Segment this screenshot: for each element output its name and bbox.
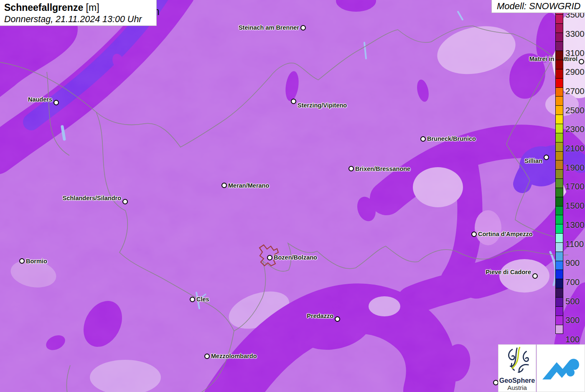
colorbar-label: 1500: [565, 201, 585, 210]
colorbar-label: 1900: [565, 163, 585, 172]
geosphere-logo-icon: [502, 345, 532, 375]
colorbar-segment-3100: [555, 41, 563, 51]
colorbar-label: 2300: [565, 125, 585, 134]
colorbar-segment-500: [555, 279, 563, 288]
colorbar-segment-1000: [555, 233, 563, 243]
colorbar-label: 2700: [565, 87, 585, 96]
colorbar-segment-100: [555, 316, 563, 325]
colorbar-segment-1800: [555, 160, 563, 170]
city-marker-dot: [122, 199, 128, 204]
colorbar-label: 100: [565, 335, 580, 344]
city-label: Bruneck/Brunico: [427, 135, 476, 142]
colorbar-segment-1700: [555, 169, 563, 179]
colorbar-segment-3300: [555, 23, 563, 33]
city-label: Schlanders/Silandro: [63, 195, 121, 201]
colorbar-segment-1100: [555, 224, 563, 234]
city-marker-dot: [53, 100, 59, 105]
geosphere-logo-text: GeoSphere: [499, 377, 536, 384]
colorbar-segment-3200: [555, 33, 563, 42]
colorbar-segment-3000: [555, 51, 563, 60]
geosphere-logo-box: GeoSphere Austria: [498, 344, 536, 392]
city-marker-dot: [471, 232, 477, 237]
colorbar-segment-900: [555, 242, 563, 252]
colorbar: [555, 5, 563, 334]
colorbar-label: 1100: [565, 239, 584, 249]
colorbar-segment-600: [555, 270, 563, 279]
colorbar-segment-3400: [555, 14, 563, 24]
snowline-map-screenshot: Steinach am BrennerSterzing/VipitenoBrun…: [0, 0, 585, 392]
city-label: Brixen/Bressanone: [355, 165, 410, 172]
city-label: Mezzolombardo: [211, 353, 257, 359]
city-marker-dot: [348, 166, 354, 171]
colorbar-segment-300: [555, 297, 563, 307]
city-marker-dot: [300, 25, 306, 31]
colorbar-segment-1300: [555, 206, 563, 216]
colorbar-segment-400: [555, 288, 563, 298]
colorbar-label: 3100: [565, 48, 585, 58]
colorbar-label: 1700: [565, 182, 585, 191]
colorbar-segment-2200: [555, 124, 563, 133]
city-marker-dot: [267, 255, 272, 260]
colorbar-label: 500: [565, 297, 580, 306]
title-text: Schneefallgrenze: [4, 2, 83, 13]
city-label: Bozen/Bolzano: [274, 254, 317, 261]
city-marker-dot: [190, 297, 195, 302]
colorbar-segment-2100: [555, 133, 563, 143]
colorbar-segment-2300: [555, 115, 563, 124]
colorbar-segment-0: [555, 325, 563, 334]
title-box: Schneefallgrenze [m] Donnerstag, 21.11.2…: [0, 0, 157, 26]
colorbar-segment-1500: [555, 188, 563, 197]
city-label: Pieve di Cadore: [486, 269, 531, 275]
colorbar-segment-2800: [555, 69, 563, 79]
colorbar-segment-2900: [555, 60, 563, 69]
colorbar-label: 300: [565, 316, 580, 325]
city-marker-dot: [19, 258, 25, 264]
model-box: Modell: SNOWGRID: [491, 0, 585, 13]
city-label: Sillian: [524, 158, 542, 164]
colorbar-segment-1600: [555, 178, 563, 188]
colorbar-label: 900: [565, 258, 580, 267]
city-label: Bormio: [26, 258, 47, 265]
colorbar-segment-2600: [555, 87, 563, 97]
title-unit: [m]: [86, 2, 99, 13]
colorbar-segment-1400: [555, 197, 563, 206]
city-marker-dot: [420, 136, 426, 142]
colorbar-segment-2700: [555, 78, 563, 88]
colorbar-segment-700: [555, 261, 563, 270]
city-marker-dot: [544, 155, 549, 160]
avalanche-mountain-icon: [540, 350, 582, 386]
city-marker-dot: [291, 99, 296, 104]
city-label: Cles: [196, 296, 209, 303]
colorbar-label: 2500: [565, 106, 585, 115]
colorbar-label: 1300: [565, 220, 585, 229]
model-label: Modell: SNOWGRID: [497, 1, 580, 11]
colorbar-segment-2400: [555, 105, 563, 115]
city-marker-dot: [204, 354, 210, 359]
colorbar-segment-1200: [555, 215, 563, 224]
colorbar-segment-2500: [555, 96, 563, 106]
colorbar-label: 700: [565, 277, 580, 287]
city-marker-dot: [532, 273, 538, 279]
colorbar-label: 2100: [565, 144, 585, 153]
colorbar-label: 2900: [565, 67, 585, 76]
city-label: Meran/Merano: [228, 182, 269, 189]
avalanche-logo-box: [537, 344, 585, 392]
city-label: Nauders: [28, 96, 52, 103]
colorbar-segment-200: [555, 306, 563, 316]
city-marker-dot: [579, 59, 584, 64]
colorbar-segment-800: [555, 252, 563, 261]
city-label: Steinach am Brenner: [239, 24, 299, 31]
city-marker-dot: [335, 316, 340, 322]
colorbar-segment-2000: [555, 142, 563, 152]
geosphere-logo-subtext: Austria: [499, 384, 536, 391]
city-label: Cortina d'Ampezzo: [478, 231, 533, 237]
city-label: Sterzing/Vipiteno: [298, 102, 347, 109]
colorbar-segment-1900: [555, 151, 563, 161]
city-marker-dot: [221, 183, 227, 188]
title-datetime: Donnerstag, 21.11.2024 13:00 Uhr: [4, 14, 152, 25]
page-title: Schneefallgrenze [m]: [4, 2, 152, 14]
city-label: Predazzo: [307, 313, 333, 319]
colorbar-label: 3300: [565, 29, 585, 38]
